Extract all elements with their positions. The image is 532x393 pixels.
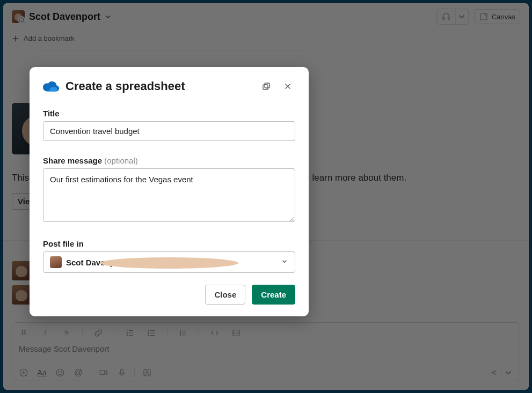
svg-rect-12 — [265, 83, 269, 88]
create-spreadsheet-modal: Create a spreadsheet Title Share message… — [30, 67, 309, 316]
open-new-window-button[interactable] — [259, 79, 274, 94]
new-window-icon — [261, 81, 271, 91]
close-modal-button[interactable] — [280, 79, 295, 94]
modal-title: Create a spreadsheet — [65, 79, 185, 93]
share-field-label: Share message (optional) — [43, 156, 295, 165]
onedrive-icon — [43, 80, 59, 93]
share-message-input[interactable] — [43, 168, 295, 222]
slack-window: Scot Davenport Canvas Add a bookmark Thi… — [3, 3, 529, 390]
title-field-label: Title — [43, 109, 295, 118]
create-button[interactable]: Create — [252, 285, 295, 305]
close-button[interactable]: Close — [205, 285, 245, 305]
modal-footer: Close Create — [43, 285, 295, 305]
chevron-down-icon — [281, 258, 288, 267]
avatar — [50, 256, 62, 268]
close-icon — [283, 81, 293, 91]
title-input[interactable] — [43, 121, 295, 141]
share-label-optional: (optional) — [104, 156, 138, 165]
svg-rect-13 — [263, 85, 268, 90]
modal-header: Create a spreadsheet — [43, 79, 295, 94]
post-in-label: Post file in — [43, 239, 295, 248]
post-in-select[interactable]: Scot Davenport Scot Davenport — [43, 251, 295, 273]
share-label-text: Share message — [43, 156, 104, 165]
